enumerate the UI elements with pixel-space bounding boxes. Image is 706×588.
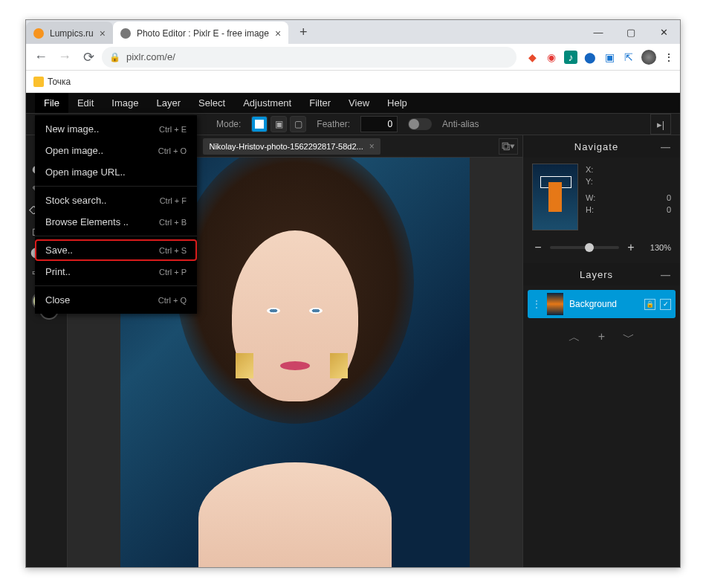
app-menubar: File Edit Image Layer Select Adjustment … [26,93,680,113]
menu-select[interactable]: Select [190,93,234,113]
close-icon[interactable]: × [100,28,106,39]
maximize-button[interactable]: ▢ [615,20,647,44]
zoom-out-button[interactable]: − [532,241,544,254]
address-bar[interactable]: 🔒 pixlr.com/e/ [102,47,516,68]
menu-view[interactable]: View [340,93,378,113]
mode-add-button[interactable]: ▣ [271,116,287,132]
browser-tab-lumpics[interactable]: Lumpics.ru × [26,22,113,45]
folder-icon [33,77,44,87]
document-tab[interactable]: Nikolay-Hristov-photo-1562292817-58d2...… [203,138,380,155]
reload-button[interactable]: ⟳ [78,47,99,68]
new-tab-button[interactable]: + [293,22,314,42]
feather-input[interactable] [360,116,398,132]
menu-filter[interactable]: Filter [300,93,340,113]
favicon-icon [120,28,131,39]
extension-icons: ◆ ◉ ♪ ⬤ ▣ ⇱ ⋮ [525,50,676,65]
layer-thumbnail [547,293,563,315]
layers-panel-header[interactable]: Layers — [523,263,680,285]
menu-adjustment[interactable]: Adjustment [234,93,300,113]
pixlr-app: File Edit Image Layer Select Adjustment … [26,93,680,567]
window-controls: — ▢ ✕ [582,20,680,44]
menu-stock-search[interactable]: Stock search..Ctrl + F [35,190,197,211]
collapse-icon[interactable]: — [661,269,671,280]
browser-window: Lumpics.ru × Photo Editor : Pixlr E - fr… [25,19,681,568]
tab-title: Photo Editor : Pixlr E - free image [137,28,269,39]
menu-image[interactable]: Image [103,93,147,113]
right-panels: Navigate — X: Y: W:0 H:0 − + [522,135,680,567]
ext-icon[interactable]: ⬤ [583,51,597,64]
zoom-controls: − + 130% [523,236,680,263]
ext-icon[interactable]: ◆ [525,51,539,64]
ext-icon[interactable]: ⇱ [622,51,635,64]
antialias-label: Anti-alias [442,119,479,129]
bookmarks-bar: Точка [26,71,680,93]
menu-save[interactable]: Save..Ctrl + S [35,239,197,261]
menu-icon[interactable]: ⋮ [662,51,676,64]
favicon-icon [33,28,44,39]
layer-down-button[interactable]: ﹀ [623,330,635,346]
mode-subtract-button[interactable]: ▢ [290,116,306,132]
browser-titlebar: Lumpics.ru × Photo Editor : Pixlr E - fr… [26,20,680,44]
zoom-in-button[interactable]: + [625,241,637,254]
layers-panel: ⋮ Background 🔒 ✓ [523,285,680,323]
mode-label: Mode: [216,119,241,129]
back-button[interactable]: ← [30,47,51,68]
mode-buttons: ▣ ▢ [251,116,306,132]
collapse-icon[interactable]: — [661,141,671,152]
layer-item[interactable]: ⋮ Background 🔒 ✓ [528,290,676,318]
navigate-panel: X: Y: W:0 H:0 [523,158,680,236]
tab-title: Lumpics.ru [50,28,94,39]
expand-panels-button[interactable]: ▸| [650,114,671,135]
menu-open-url[interactable]: Open image URL.. [35,161,197,183]
browser-tab-pixlr[interactable]: Photo Editor : Pixlr E - free image × [113,22,288,45]
view-mode-button[interactable]: ⧉▾ [499,138,518,155]
nav-info: X: Y: W:0 H:0 [586,164,671,230]
lock-icon[interactable]: 🔒 [644,299,655,310]
zoom-value: 130% [643,243,671,252]
ext-icon[interactable]: ◉ [545,51,558,64]
ext-icon[interactable]: ▣ [603,51,616,64]
menu-browse-elements[interactable]: Browse Elements ..Ctrl + B [35,211,197,233]
visibility-icon[interactable]: ✓ [660,299,671,310]
zoom-slider[interactable] [550,246,619,249]
menu-print[interactable]: Print..Ctrl + P [35,261,197,282]
menu-new-image[interactable]: New image..Ctrl + E [35,118,197,140]
close-window-button[interactable]: ✕ [647,20,680,44]
menu-layer[interactable]: Layer [148,93,190,113]
close-icon[interactable]: × [369,141,375,152]
forward-button[interactable]: → [54,47,75,68]
layer-name: Background [569,299,617,309]
minimize-button[interactable]: — [582,20,615,44]
menu-help[interactable]: Help [378,93,416,113]
url-text: pixlr.com/e/ [126,51,175,62]
close-icon[interactable]: × [275,28,281,39]
menu-close[interactable]: CloseCtrl + Q [35,289,197,311]
navigate-panel-header[interactable]: Navigate — [523,135,680,158]
add-layer-button[interactable]: + [598,330,605,346]
menu-file[interactable]: File [35,93,68,113]
ext-icon[interactable]: ♪ [564,51,577,64]
lock-icon: 🔒 [109,52,120,62]
bookmark-label: Точка [48,77,71,87]
nav-thumbnail[interactable] [532,164,578,230]
browser-toolbar: ← → ⟳ 🔒 pixlr.com/e/ ◆ ◉ ♪ ⬤ ▣ ⇱ ⋮ [26,44,680,71]
feather-label: Feather: [317,119,350,129]
antialias-toggle[interactable] [408,118,432,130]
layer-actions: ︿ + ﹀ [523,323,680,353]
mode-replace-button[interactable] [251,116,268,132]
drag-handle-icon[interactable]: ⋮ [532,299,541,309]
menu-edit[interactable]: Edit [68,93,103,113]
bookmark-folder[interactable]: Точка [33,77,71,87]
layer-up-button[interactable]: ︿ [569,330,580,346]
avatar-icon[interactable] [641,50,656,65]
menu-open-image[interactable]: Open image..Ctrl + O [35,140,197,161]
file-menu-dropdown: New image..Ctrl + E Open image..Ctrl + O… [35,115,197,314]
